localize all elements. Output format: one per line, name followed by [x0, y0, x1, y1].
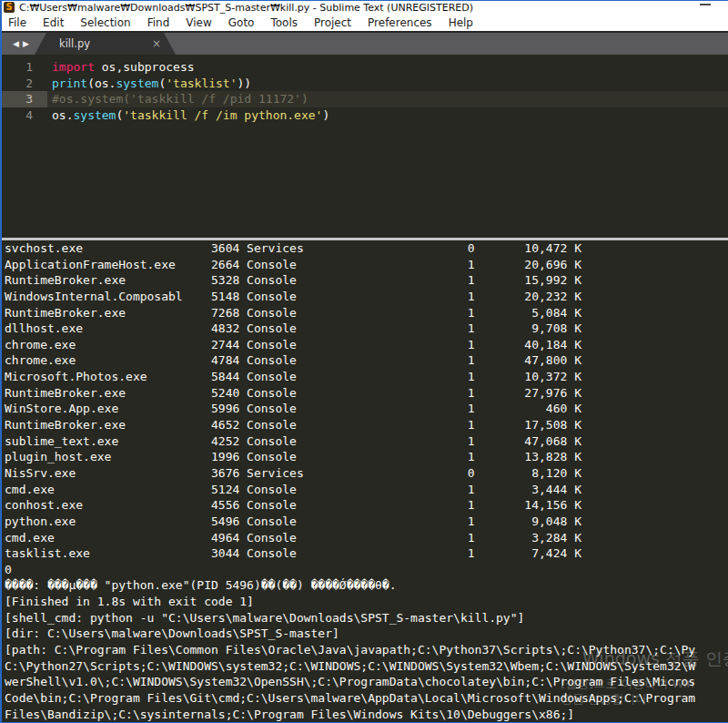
console-line: Files\Bandizip\;C:\sysinternals;C:\Progr…	[5, 707, 728, 722]
menu-bar: FileEditSelectionFindViewGotoToolsProjec…	[2, 15, 728, 31]
sublime-text-window: S C:₩Users₩malware₩Downloads₩SPST_S-mast…	[0, 0, 728, 723]
process-row: RuntimeBroker.exe 4652 Console 1 17,508 …	[5, 417, 728, 433]
code-line-3[interactable]: 3#os.system('taskkill /f /pid 11172')	[2, 91, 728, 107]
process-row: dllhost.exe 4832 Console 1 9,708 K	[5, 321, 728, 337]
tab-prev-icon[interactable]: ◀	[11, 39, 21, 48]
console-line: [path: C:\Program Files\Common Files\Ora…	[5, 642, 728, 658]
menu-tools[interactable]: Tools	[262, 16, 306, 29]
console-line: werShell\v1.0\;C:\WINDOWS\System32\OpenS…	[5, 674, 728, 690]
console-line: [shell_cmd: python -u "C:\Users\malware\…	[5, 610, 728, 626]
line-number: 3	[2, 91, 47, 107]
process-row: RuntimeBroker.exe 5240 Console 1 27,976 …	[5, 385, 728, 402]
process-row: svchost.exe 3604 Services 0 10,472 K	[5, 240, 728, 257]
code-line-2[interactable]: 2print(os.system('tasklist'))	[2, 76, 728, 92]
code-line-4[interactable]: 4os.system('taskkill /f /im python.exe')	[2, 107, 728, 124]
window-border-top	[0, 0, 728, 1]
title-bar: S C:₩Users₩malware₩Downloads₩SPST_S-mast…	[2, 1, 728, 15]
process-row: python.exe 5496 Console 1 9,048 K	[5, 514, 728, 530]
tab-kill-py[interactable]: kill.py ×	[35, 33, 176, 55]
process-row: WindowsInternal.Composabl 5148 Console 1…	[5, 289, 728, 305]
process-row: cmd.exe 5124 Console 1 3,444 K	[5, 482, 728, 498]
console-line: 0	[5, 562, 728, 578]
console-line: Code\bin;C:\Program Files\Git\cmd;C:\Use…	[5, 690, 728, 707]
tab-next-icon[interactable]: ▶	[21, 39, 31, 48]
sublime-logo-icon: S	[4, 2, 15, 13]
process-row: Microsoft.Photos.exe 5844 Console 1 10,3…	[5, 369, 728, 385]
process-row: NisSrv.exe 3676 Services 0 8,120 K	[5, 465, 728, 482]
tab-bar: ◀▶ kill.py ×	[2, 33, 728, 55]
minimize-button[interactable]	[700, 4, 711, 5]
process-row: conhost.exe 4556 Console 1 14,156 K	[5, 497, 728, 514]
menu-edit[interactable]: Edit	[35, 16, 72, 29]
console-line: C:\Python27\Scripts;C:\WINDOWS\system32;…	[5, 658, 728, 675]
tab-label: kill.py	[59, 33, 90, 55]
menu-goto[interactable]: Goto	[220, 16, 263, 29]
process-row: RuntimeBroker.exe 5328 Console 1 15,992 …	[5, 272, 728, 289]
menu-help[interactable]: Help	[440, 16, 481, 29]
menu-selection[interactable]: Selection	[72, 16, 138, 29]
line-number: 1	[2, 59, 47, 76]
process-row: plugin_host.exe 1996 Console 1 13,828 K	[5, 449, 728, 465]
process-row: chrome.exe 2744 Console 1 40,184 K	[5, 337, 728, 353]
process-row: sublime_text.exe 4252 Console 1 47,068 K	[5, 433, 728, 450]
menu-preferences[interactable]: Preferences	[359, 16, 440, 29]
tab-close-icon[interactable]: ×	[152, 33, 161, 55]
console-line: [dir: C:\Users\malware\Downloads\SPST_S-…	[5, 626, 728, 642]
process-row: tasklist.exe 3044 Console 1 7,424 K	[5, 545, 728, 562]
process-row: RuntimeBroker.exe 7268 Console 1 5,084 K	[5, 305, 728, 321]
process-row: WinStore.App.exe 5996 Console 1 460 K	[5, 401, 728, 417]
line-number: 2	[2, 76, 47, 92]
line-number: 4	[2, 107, 47, 124]
window-title: C:₩Users₩malware₩Downloads₩SPST_S-master…	[19, 2, 473, 14]
build-output-panel[interactable]: svchost.exe 3604 Services 0 10,472 KAppl…	[2, 240, 728, 722]
process-row: ApplicationFrameHost.exe 2664 Console 1 …	[5, 257, 728, 273]
tab-nav-arrows: ◀▶	[11, 33, 31, 55]
menu-file[interactable]: File	[2, 16, 35, 29]
process-row: cmd.exe 4964 Console 1 3,284 K	[5, 530, 728, 546]
menu-view[interactable]: View	[177, 16, 219, 29]
menu-project[interactable]: Project	[306, 16, 359, 29]
console-line: [Finished in 1.8s with exit code 1]	[5, 594, 728, 610]
console-line: ����: ���µ��� "python.exe"(PID 5496)��(�…	[5, 577, 728, 594]
menu-find[interactable]: Find	[139, 16, 178, 29]
window-border-left	[0, 0, 2, 723]
code-line-1[interactable]: 1import os,subprocess	[2, 59, 728, 76]
code-editor[interactable]: 1import os,subprocess2print(os.system('t…	[2, 55, 728, 242]
process-row: chrome.exe 4784 Console 1 47,800 K	[5, 352, 728, 369]
